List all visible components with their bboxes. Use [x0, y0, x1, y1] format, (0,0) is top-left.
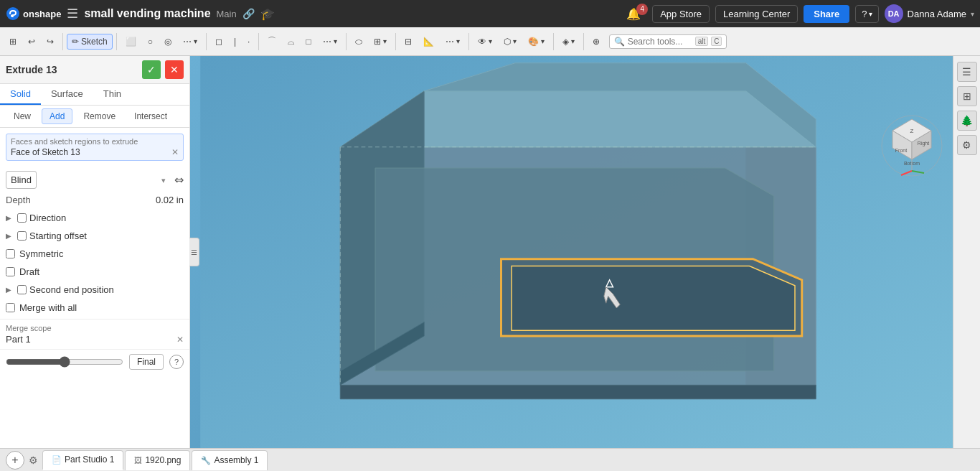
render-options-button[interactable]: ◈▾ — [557, 34, 580, 50]
panel-help-icon[interactable]: ? — [169, 355, 184, 369]
direction-label[interactable]: Direction — [29, 213, 66, 223]
svg-marker-8 — [512, 266, 795, 331]
tab-surface[interactable]: Surface — [41, 84, 93, 105]
second-end-label[interactable]: Second end position — [29, 284, 114, 295]
pattern-button[interactable]: ⊞▾ — [369, 34, 392, 50]
onshape-logo: onshape — [6, 6, 61, 21]
draft-checkbox[interactable] — [6, 267, 15, 276]
variables-button[interactable]: ⚙ — [957, 135, 977, 155]
hamburger-icon[interactable]: ☰ — [67, 6, 78, 22]
merge-all-checkbox[interactable] — [6, 303, 15, 312]
plane-button[interactable]: ◻ — [210, 34, 227, 50]
grad-icon[interactable]: 🎓 — [260, 7, 275, 21]
snap-toggle-button[interactable]: ⊞ — [4, 34, 22, 50]
subtab-intersect[interactable]: Intersect — [126, 108, 175, 124]
share-button[interactable]: Share — [804, 5, 849, 23]
starting-offset-expand-arrow[interactable]: ▶ — [6, 232, 14, 240]
axis-button[interactable]: | — [229, 34, 241, 50]
help-button[interactable]: ? ▾ — [855, 5, 878, 23]
extrude-button[interactable]: ⬜ — [121, 34, 141, 50]
image-icon: 🖼 — [134, 456, 142, 465]
collapse-arrow-icon: ☰ — [191, 248, 197, 256]
more-operations-button[interactable]: ⋯▾ — [178, 34, 202, 50]
symmetric-checkbox[interactable] — [6, 249, 15, 258]
slider-row: Final ? — [0, 349, 189, 374]
link-icon[interactable]: 🔗 — [242, 8, 255, 19]
final-button[interactable]: Final — [129, 354, 164, 370]
more-analysis-button[interactable]: ⋯▾ — [440, 34, 465, 50]
parts-list-button[interactable]: ⊞ — [957, 86, 977, 106]
logo-text: onshape — [23, 9, 61, 19]
tab-thin[interactable]: Thin — [93, 84, 131, 105]
merge-with-all-row: Merge with all — [6, 301, 184, 314]
tab-assembly-1[interactable]: 🔧 Assembly 1 — [192, 450, 268, 470]
sketch-button[interactable]: ✏ Sketch — [67, 34, 113, 50]
merge-scope-section: Merge scope Part 1 ✕ — [0, 319, 189, 349]
svg-line-26 — [901, 171, 912, 175]
separator — [468, 33, 469, 50]
bottombar: + ⚙ 📄 Part Studio 1 🖼 1920.png 🔧 Assembl… — [0, 448, 980, 471]
learning-center-button[interactable]: Learning Center — [715, 5, 798, 23]
depth-value[interactable]: 0.02 in — [156, 195, 184, 205]
view-options-button[interactable]: 👁▾ — [473, 34, 497, 50]
svg-text:Right: Right — [918, 141, 929, 146]
more-modify-button[interactable]: ⋯▾ — [318, 34, 342, 50]
end-condition-select-wrap[interactable]: Blind — [6, 171, 170, 189]
cancel-button[interactable]: ✕ — [165, 60, 184, 79]
clear-sketch-icon[interactable]: ✕ — [171, 147, 179, 157]
view-cube[interactable]: Z Front Right Bottom — [880, 113, 944, 178]
separator — [62, 33, 63, 50]
doc-title: small vending machine — [84, 7, 210, 20]
fillet-button[interactable]: ⌒ — [263, 32, 281, 50]
toolbar: ⊞ ↩ ↪ ✏ Sketch ⬜ ○ ◎ ⋯▾ ◻ | · ⌒ ⌓ □ ⋯▾ — [0, 27, 980, 56]
search-tools-container: 🔍 alt C — [609, 34, 727, 49]
panel-collapse-handle[interactable]: ☰ — [189, 238, 199, 266]
point-button[interactable]: · — [242, 34, 255, 50]
end-condition-select[interactable]: Blind — [6, 171, 37, 189]
subtab-add[interactable]: Add — [42, 108, 72, 124]
redo-button[interactable]: ↪ — [42, 34, 59, 50]
crosshair-button[interactable]: ⊕ — [588, 34, 605, 50]
draft-row: Draft — [6, 265, 184, 279]
shell-icon: □ — [306, 37, 311, 47]
tab-solid[interactable]: Solid — [0, 84, 41, 105]
starting-offset-checkbox[interactable] — [17, 231, 27, 241]
3d-canvas[interactable]: Z Front Right Bottom ☰ ⊞ 🌲 ⚙ — [190, 56, 980, 448]
user-menu-button[interactable]: DA Danna Adame ▾ — [885, 4, 974, 23]
notifications-button[interactable]: 🔔 4 — [621, 5, 646, 23]
sweep-button[interactable]: ◎ — [159, 34, 176, 50]
direction-expand-arrow[interactable]: ▶ — [6, 214, 14, 222]
display-options-button[interactable]: ⬡▾ — [499, 34, 522, 50]
shell-button[interactable]: □ — [301, 34, 316, 50]
snap-icon: ⊞ — [9, 37, 17, 47]
starting-offset-label[interactable]: Starting offset — [29, 230, 87, 241]
clear-merge-scope-icon[interactable]: ✕ — [176, 335, 184, 345]
revolve-button[interactable]: ○ — [143, 34, 158, 50]
tab-part-studio-1[interactable]: 📄 Part Studio 1 — [42, 450, 123, 470]
render-icon: ◈ — [562, 37, 569, 47]
appearance-options-button[interactable]: 🎨▾ — [523, 34, 550, 50]
subtab-new[interactable]: New — [6, 108, 39, 124]
boolean-button[interactable]: ⬭ — [350, 34, 367, 50]
second-end-expand-arrow[interactable]: ▶ — [6, 286, 14, 294]
subtab-remove[interactable]: Remove — [75, 108, 123, 124]
sketch-region-selector[interactable]: Faces and sketch regions to extrude Face… — [6, 134, 184, 161]
chamfer-button[interactable]: ⌓ — [283, 34, 299, 50]
confirm-button[interactable]: ✓ — [142, 60, 161, 79]
layers-button[interactable]: ☰ — [957, 62, 977, 82]
panel-slider[interactable] — [6, 356, 123, 368]
settings-icon-left[interactable]: ⚙ — [29, 454, 38, 466]
add-tab-button[interactable]: + — [6, 451, 24, 470]
search-input[interactable] — [628, 37, 692, 47]
tab-image[interactable]: 🖼 1920.png — [125, 450, 190, 470]
panel-title: Extrude 13 — [6, 64, 138, 75]
flip-direction-icon[interactable]: ⇔ — [174, 173, 184, 187]
direction-checkbox[interactable] — [17, 213, 27, 223]
panel-header: Extrude 13 ✓ ✕ — [0, 56, 189, 84]
section-view-button[interactable]: ⊟ — [400, 34, 417, 50]
tree-button[interactable]: 🌲 — [957, 111, 977, 131]
undo-button[interactable]: ↩ — [23, 34, 40, 50]
second-end-checkbox[interactable] — [17, 285, 27, 294]
measure-button[interactable]: 📐 — [418, 34, 439, 50]
appstore-button[interactable]: App Store — [652, 5, 710, 23]
